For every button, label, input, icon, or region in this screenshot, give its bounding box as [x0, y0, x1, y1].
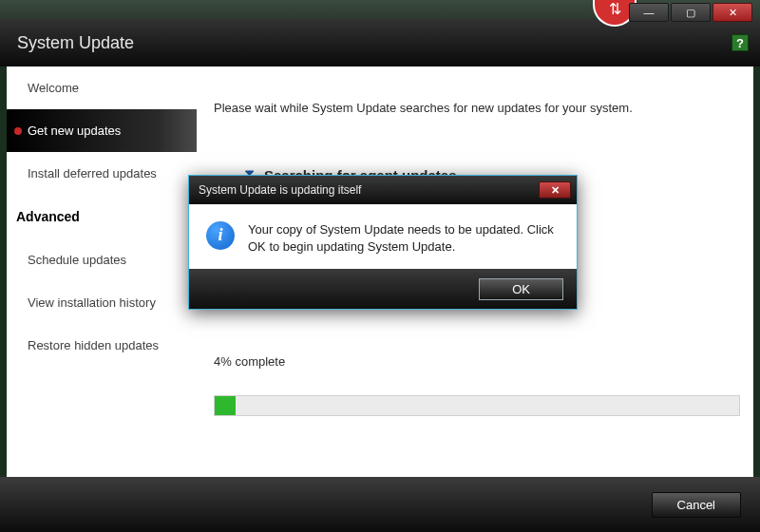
titlebar: System Update	[0, 19, 760, 66]
arrows-icon: ⇅	[609, 0, 621, 18]
app-title: System Update	[17, 33, 134, 53]
footer-bar: Cancel	[0, 477, 760, 532]
maximize-button[interactable]: ▢	[671, 3, 711, 22]
sidebar-heading-advanced: Advanced	[7, 195, 197, 238]
dialog-ok-button[interactable]: OK	[479, 278, 563, 300]
wait-message: Please wait while System Update searches…	[214, 101, 740, 115]
dialog-close-button[interactable]: ✕	[539, 181, 571, 199]
sidebar-item-schedule-updates[interactable]: Schedule updates	[7, 238, 197, 281]
cancel-button[interactable]: Cancel	[652, 492, 741, 518]
sidebar-item-welcome[interactable]: Welcome	[7, 66, 197, 109]
dialog-titlebar[interactable]: System Update is updating itself ✕	[189, 176, 577, 204]
dialog-title: System Update is updating itself	[199, 183, 361, 197]
progress-fill	[215, 396, 236, 415]
sidebar-item-get-new-updates[interactable]: Get new updates	[7, 109, 197, 152]
sidebar: Welcome Get new updates Install deferred…	[7, 66, 197, 477]
sidebar-item-view-history[interactable]: View installation history	[7, 281, 197, 324]
info-icon: i	[206, 221, 235, 250]
progress-text: 4% complete	[214, 354, 740, 369]
dialog-message: Your copy of System Update needs to be u…	[248, 221, 558, 256]
progress-bar	[214, 395, 740, 416]
dialog-footer: OK	[189, 269, 577, 309]
minimize-button[interactable]: —	[629, 3, 669, 22]
help-icon[interactable]: ?	[732, 34, 749, 51]
sidebar-item-restore-hidden[interactable]: Restore hidden updates	[7, 324, 197, 367]
dialog-body: i Your copy of System Update needs to be…	[189, 204, 577, 269]
sidebar-item-install-deferred[interactable]: Install deferred updates	[7, 152, 197, 195]
close-button[interactable]: ✕	[712, 3, 752, 22]
dialog-self-update: System Update is updating itself ✕ i You…	[188, 175, 578, 310]
window-controls: — ▢ ✕	[629, 3, 752, 22]
